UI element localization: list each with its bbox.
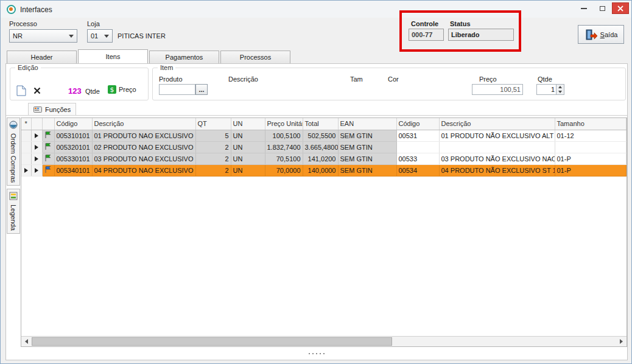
row-expand-cell[interactable] (31, 141, 42, 153)
grid-cell[interactable]: SEM GTIN (338, 141, 396, 153)
delete-item-button[interactable] (32, 86, 42, 96)
grid-cell[interactable]: 70,0000 (265, 164, 303, 176)
grid-cell[interactable]: UN (231, 141, 265, 153)
grid-cell[interactable]: 01-P (555, 164, 627, 176)
divider (6, 115, 627, 116)
close-button[interactable] (612, 2, 629, 14)
side-tab-legenda[interactable]: Legenda (7, 189, 20, 234)
table-row[interactable]: 00531010101 PRODUTO NAO EXCLUSIVO5UN100,… (21, 130, 627, 141)
grid-cell[interactable]: 03 PRODUTO NÃO EXCLUSIVO NAO (439, 153, 555, 164)
row-expand-cell[interactable] (31, 130, 42, 141)
grid-cell[interactable]: 005310101 (54, 130, 92, 141)
grid-cell[interactable]: 005340101 (54, 164, 92, 176)
grid-cell[interactable]: 502,5500 (303, 130, 338, 141)
column-header-código-0[interactable]: Código (54, 118, 92, 130)
column-header-preço-unitár-4[interactable]: Preço Unitár (265, 118, 303, 130)
column-header-tamanho-9[interactable]: Tamanho (555, 118, 627, 130)
grid-cell[interactable]: 005330101 (54, 153, 92, 164)
processo-select[interactable]: NR (9, 29, 77, 43)
grid-cell[interactable]: 5 (195, 130, 231, 141)
grid-cell[interactable]: 01 PRODUTO NAO EXCLUSIVO (92, 130, 195, 141)
edicao-title: Edição (15, 64, 41, 71)
grid-cell[interactable]: 2 (195, 153, 231, 164)
grid-cell[interactable]: 100,5100 (265, 130, 303, 141)
tab-pagamentos[interactable]: Pagamentos (149, 51, 219, 63)
column-header-ean-6[interactable]: EAN (338, 118, 396, 130)
new-item-button[interactable] (15, 84, 27, 97)
table-row[interactable]: 00534010104 PRODUTO NAO EXCLUSIVO2UN70,0… (21, 164, 627, 176)
grid-cell[interactable] (555, 141, 627, 153)
app-window: Interfaces Processo NR Loja 01 PITICAS I… (0, 0, 632, 364)
table-row[interactable]: 00532010102 PRODUTO NAO EXCLUSIVO2UN1.83… (21, 141, 627, 153)
column-header-total-5[interactable]: Total (303, 118, 338, 130)
grid-cell[interactable]: 01 PRODUTO NÃO EXCLUSIVO ALT (439, 130, 555, 141)
preco-edit-button[interactable]: $ Preço (108, 85, 136, 94)
scroll-right-icon[interactable] (616, 337, 627, 346)
column-header-código-7[interactable]: Código (396, 118, 439, 130)
scrollbar-thumb[interactable] (32, 337, 392, 346)
grid-cell[interactable]: 04 PRODUTO NÃO EXCLUSIVO ST 10 (439, 164, 555, 176)
row-expand-cell[interactable] (31, 164, 42, 176)
chevron-down-icon (102, 32, 111, 40)
preco-input[interactable]: 100,51 (472, 84, 523, 95)
grid-cell[interactable]: 02 PRODUTO NAO EXCLUSIVO (92, 141, 195, 153)
side-tab-strip: Ordem ComprasLegenda (7, 117, 21, 237)
tab-processos[interactable]: Processos (220, 51, 290, 63)
loja-select[interactable]: 01 (87, 29, 113, 43)
spin-up-icon[interactable] (557, 85, 564, 89)
maximize-button[interactable] (594, 2, 611, 14)
grid-cell[interactable]: 00534 (396, 164, 439, 176)
grid-cell[interactable]: UN (231, 130, 265, 141)
grid-cell[interactable] (396, 141, 439, 153)
grid-cell[interactable]: UN (231, 164, 265, 176)
minimize-button[interactable] (575, 2, 592, 14)
svg-text:$: $ (110, 86, 114, 94)
grid-cell[interactable]: 03 PRODUTO NAO EXCLUSIVO (92, 153, 195, 164)
column-header-descrição-1[interactable]: Descrição (92, 118, 195, 130)
side-tab-ordem-compras[interactable]: Ordem Compras (7, 117, 20, 186)
splitter-grip[interactable] (6, 351, 627, 357)
grid-cell[interactable]: SEM GTIN (338, 130, 396, 141)
table-row[interactable]: 00533010103 PRODUTO NAO EXCLUSIVO2UN70,5… (21, 153, 627, 164)
column-header-un-3[interactable]: UN (231, 118, 265, 130)
saida-label: Saída (600, 31, 618, 38)
grid-cell[interactable]: 04 PRODUTO NAO EXCLUSIVO (92, 164, 195, 176)
qtde-stepper[interactable]: 1 (536, 84, 564, 95)
status-field: Liberado (448, 29, 514, 41)
funcoes-tab[interactable]: Funções (28, 103, 76, 115)
grid-cell[interactable]: 01-12 (555, 130, 627, 141)
titlebar[interactable]: Interfaces (1, 1, 631, 18)
grid-cell[interactable]: UN (231, 153, 265, 164)
loja-label: Loja (87, 20, 100, 27)
grid-cell[interactable]: 2 (195, 141, 231, 153)
qtde-label: Qtde (538, 75, 552, 83)
grid-cell[interactable]: SEM GTIN (338, 164, 396, 176)
grid-cell[interactable]: 005320101 (54, 141, 92, 153)
grid-cell[interactable]: 1.832,7400 (265, 141, 303, 153)
produto-browse-button[interactable]: ... (195, 84, 208, 95)
produto-input[interactable] (159, 84, 195, 95)
column-header-descrição-8[interactable]: Descrição (439, 118, 555, 130)
grid-cell[interactable] (439, 141, 555, 153)
grid-cell[interactable]: 2 (195, 164, 231, 176)
qtde-shortcut-label[interactable]: Qtde (85, 88, 100, 95)
grid-cell[interactable]: 00531 (396, 130, 439, 141)
column-header-qt-2[interactable]: QT (195, 118, 231, 130)
grid-header-row: *CódigoDescriçãoQTUNPreço UnitárTotalEAN… (21, 118, 627, 130)
scroll-left-icon[interactable] (21, 337, 32, 346)
row-flag-cell (42, 141, 54, 153)
grid-cell[interactable]: 70,5100 (265, 153, 303, 164)
grid-cell[interactable]: 3.665,4800 (303, 141, 338, 153)
grid-cell[interactable]: 140,0000 (303, 164, 338, 176)
grid-cell[interactable]: 141,0200 (303, 153, 338, 164)
saida-button[interactable]: Saída (578, 25, 624, 44)
row-expand-cell[interactable] (31, 153, 42, 164)
tab-header[interactable]: Header (7, 51, 77, 63)
grid-cell[interactable]: 00533 (396, 153, 439, 164)
controle-field: 000-77 (409, 29, 444, 41)
grid-cell[interactable]: 01-P (555, 153, 627, 164)
grid-cell[interactable]: SEM GTIN (338, 153, 396, 164)
horizontal-scrollbar[interactable] (21, 336, 627, 346)
spin-down-icon[interactable] (557, 89, 564, 94)
tab-itens[interactable]: Itens (78, 49, 148, 63)
